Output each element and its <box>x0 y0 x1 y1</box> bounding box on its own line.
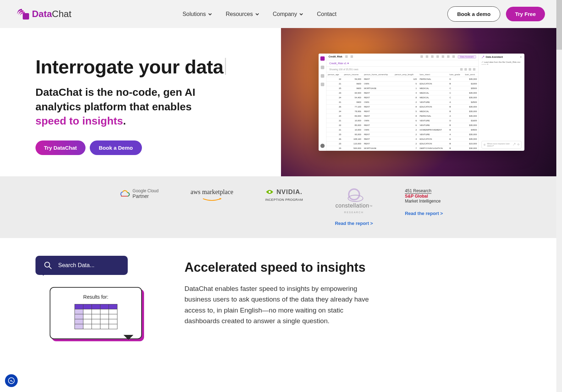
table-cell: 21 <box>326 100 343 104</box>
table-cell: 5 <box>393 81 418 86</box>
brand-text-chat: Chat <box>52 9 71 19</box>
assistant-placeholder: What most impacts loan status? <box>487 143 511 147</box>
table-row: 26108,160RENT4EDUCATIONE$35,000 <box>326 137 478 141</box>
table-cell: DEBTCONSOLIDATION <box>418 146 448 150</box>
table-cell: 85,000 <box>343 123 363 127</box>
table-cell: 25 <box>326 86 343 90</box>
idea-icon[interactable] <box>517 143 520 146</box>
table-cell: EDUCATION <box>418 104 448 109</box>
book-demo-button[interactable]: Book a demo <box>447 6 500 22</box>
row-count-text: Showing 100 of 35,551 rows <box>329 68 358 71</box>
nav-solutions[interactable]: Solutions <box>182 11 212 17</box>
expand-icon <box>469 68 471 71</box>
scroll-thumb[interactable] <box>556 0 562 50</box>
svg-line-6 <box>49 266 51 269</box>
data-table: person_ageperson_incomeperson_home_owner… <box>326 72 478 151</box>
nav-company[interactable]: Company <box>273 11 303 17</box>
table-cell: C <box>448 95 464 100</box>
table-cell: OWN <box>363 118 393 123</box>
app-siderail <box>319 54 326 151</box>
assistant-panel: Data Assistant × ✓ Load data from the fi… <box>478 54 524 151</box>
table-cell: OWN <box>363 127 393 132</box>
data-assistant-pill[interactable]: Data Assistant <box>458 55 476 59</box>
table-cell: 78,956 <box>343 109 363 114</box>
sigma-icon <box>420 55 423 58</box>
table-cell: MEDICAL <box>418 109 448 114</box>
table-cell: $35,000 <box>464 114 478 118</box>
partner-nvidia: NVIDIA. INCEPTION PROGRAM <box>265 188 303 201</box>
brand-logo[interactable]: DataChat <box>17 9 71 20</box>
copy-icon <box>345 55 348 58</box>
card-icon <box>460 68 463 71</box>
plus-icon <box>351 55 353 58</box>
read-report-link[interactable]: Read the report > <box>405 211 443 216</box>
partners-strip: Google Cloud Partner aws marketplace NVI… <box>0 176 562 238</box>
table-col-person_age: person_age <box>326 72 343 77</box>
send-icon[interactable] <box>513 143 516 146</box>
close-icon[interactable]: × <box>520 56 522 58</box>
table-row: 2259,000RENT123PERSONALD$35,000 <box>326 77 478 81</box>
partner-sp-global: 451 Research S&P Global Market Intellige… <box>405 188 443 216</box>
table-cell: 1 <box>393 86 418 90</box>
read-report-link[interactable]: Read the report > <box>335 221 373 226</box>
nav-resources[interactable]: Resources <box>226 11 259 17</box>
table-cell: PERSONAL <box>418 77 448 81</box>
table-cell: 95,000 <box>343 132 363 137</box>
nav-label: Contact <box>317 11 336 17</box>
partner-google-cloud: Google Cloud Partner <box>119 188 159 199</box>
cta-group: Book a demo Try Free <box>447 6 545 22</box>
nav-contact[interactable]: Contact <box>317 11 336 17</box>
try-datachat-button[interactable]: Try DataChat <box>35 140 86 155</box>
search-bubble: Search Data... <box>35 256 128 275</box>
table-row: 2454,400RENT8MEDICALC$35,000 <box>326 95 478 100</box>
try-free-button[interactable]: Try Free <box>506 7 545 21</box>
table-row: 219600OWN5EDUCATIONB$1000 <box>326 81 478 86</box>
table-cell: RENT <box>363 109 393 114</box>
sparkle-icon <box>483 143 485 146</box>
wand-icon <box>481 56 484 59</box>
speed-heading: Accelerated speed to insights <box>184 260 527 275</box>
table-row: 23500,000MORTGAGE7DEBTCONSOLIDATIONB$30,… <box>326 146 478 150</box>
table-cell: RENT <box>363 132 393 137</box>
table-cell: RENT <box>363 137 393 141</box>
table-cell: A <box>448 132 464 137</box>
table-cell: 2 <box>393 132 418 137</box>
table-cell: 23 <box>326 141 343 146</box>
table-cell: B <box>448 141 464 146</box>
assistant-input[interactable]: What most impacts loan status? <box>481 141 522 149</box>
nav-label: Company <box>273 11 297 17</box>
table-row: 2285,000RENT6VENTUREB$35,000 <box>326 123 478 127</box>
table-cell: $35,000 <box>464 123 478 127</box>
table-cell: 7 <box>393 146 418 150</box>
table-cell: A <box>448 100 464 104</box>
table-cell: 2 <box>393 127 418 132</box>
table-cell: D <box>448 118 464 123</box>
table-cell: VENTURE <box>418 132 448 137</box>
table-cell: 8 <box>393 114 418 118</box>
table-cell: $4500 <box>464 127 478 132</box>
code-icon <box>452 55 455 58</box>
dataset-version[interactable]: Credit_Risk v1 ▾ <box>326 60 478 67</box>
table-col-loan_grade: loan_grade <box>448 72 464 77</box>
table-col-loan_amnt: loan_amnt <box>464 72 478 77</box>
tab-credit-risk[interactable]: Credit_Risk <box>329 55 342 58</box>
hero-title: Interrogate your data <box>35 56 226 77</box>
table-cell: 26 <box>326 104 343 109</box>
table-row: 2395,000RENT2VENTUREA$35,000 <box>326 132 478 137</box>
table-cell: 59,000 <box>343 77 363 81</box>
bulb-icon <box>464 68 467 71</box>
main-nav: Solutions Resources Company Contact <box>182 11 336 17</box>
table-row: 2483,000RENT8PERSONALA$35,000 <box>326 114 478 118</box>
table-cell: MEDICAL <box>418 86 448 90</box>
table-cell: MEDICAL <box>418 95 448 100</box>
table-cell: EDUCATION <box>418 81 448 86</box>
app-tabbar: Credit_Risk Data Assistant <box>326 54 478 60</box>
scrollbar[interactable] <box>556 0 562 368</box>
table-cell: 22 <box>326 77 343 81</box>
book-a-demo-button[interactable]: Book a Demo <box>90 140 142 155</box>
chevron-down-icon <box>255 12 259 16</box>
table-cell: $30,000 <box>464 146 478 150</box>
table-cell: B <box>448 127 464 132</box>
aws-text: aws marketplace <box>191 188 233 196</box>
table-cell: C <box>448 90 464 95</box>
